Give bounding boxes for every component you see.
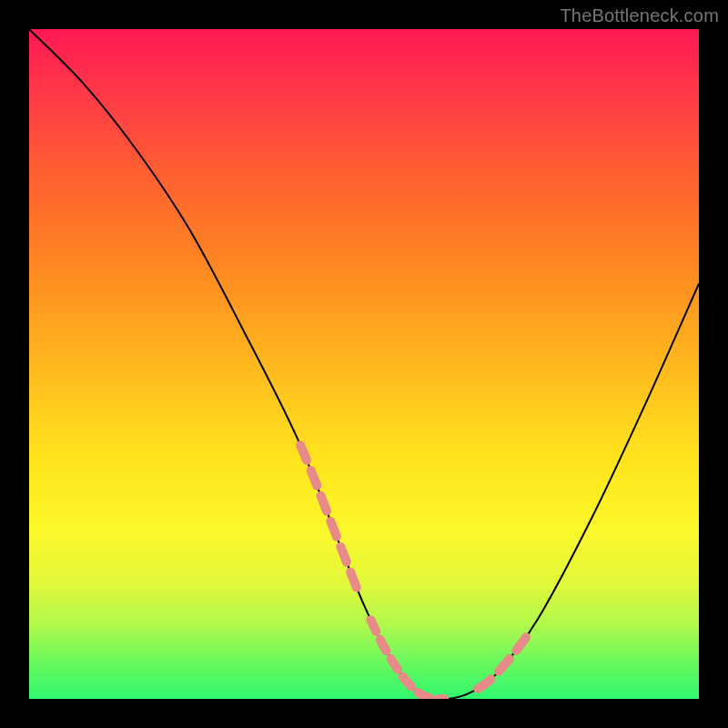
curve-svg: [29, 29, 699, 699]
watermark-text: TheBottleneck.com: [560, 5, 719, 26]
plot-area: [29, 29, 699, 699]
highlight-segment: [370, 620, 444, 699]
chart-container: TheBottleneck.com: [0, 0, 728, 728]
highlight-segment: [478, 634, 528, 689]
bottleneck-curve: [29, 29, 699, 699]
